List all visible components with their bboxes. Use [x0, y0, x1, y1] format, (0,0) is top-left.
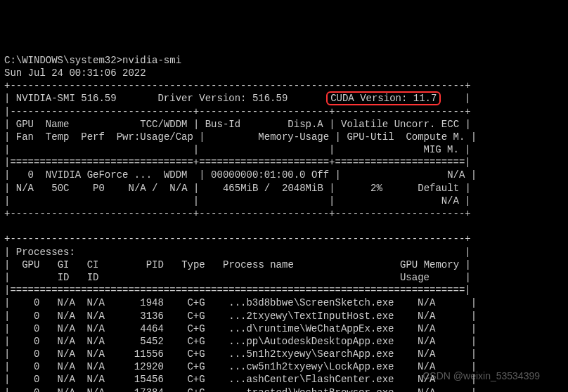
process-table-rows: | 0 N/A N/A 1948 C+G ...b3d8bbwe\ScreenS… [4, 297, 477, 392]
prompt-path: C:\WINDOWS\system32> [4, 55, 122, 66]
smi-version-label: NVIDIA-SMI [16, 93, 75, 104]
driver-version: 516.59 [252, 93, 288, 104]
timestamp-line: Sun Jul 24 00:31:06 2022 [4, 67, 146, 79]
terminal-output: C:\WINDOWS\system32>nvidia-smi Sun Jul 2… [0, 51, 568, 392]
driver-label: Driver Version: [157, 93, 246, 104]
command-text: nvidia-smi [122, 55, 181, 66]
smi-version: 516.59 [81, 93, 116, 104]
cuda-version-highlight: CUDA Version: 11.7 [326, 91, 441, 105]
processes-header: Processes: [16, 247, 75, 258]
